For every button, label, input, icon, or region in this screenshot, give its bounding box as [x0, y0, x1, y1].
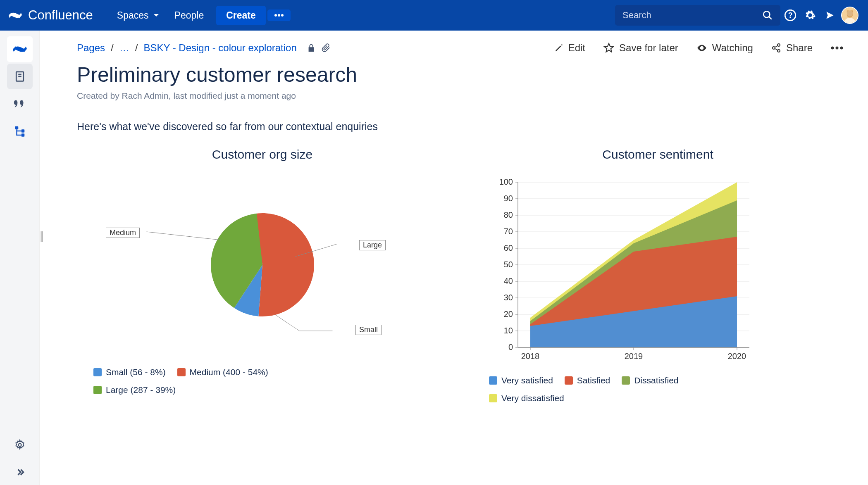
pie-chart-panel: Customer org size Medium Large Small Sma… — [77, 147, 448, 408]
svg-point-0 — [274, 14, 277, 17]
svg-point-17 — [773, 47, 775, 49]
brand-name: Confluence — [28, 8, 93, 23]
help-icon: ? — [785, 10, 796, 21]
svg-text:50: 50 — [504, 260, 513, 269]
rail-blog-button[interactable] — [7, 91, 33, 116]
svg-text:0: 0 — [508, 342, 513, 352]
star-icon — [603, 43, 614, 53]
svg-text:70: 70 — [504, 227, 513, 236]
rail-tree-button[interactable] — [7, 118, 33, 144]
edit-label: dit — [575, 42, 585, 53]
svg-point-18 — [777, 44, 780, 46]
svg-text:2020: 2020 — [728, 352, 746, 361]
area-chart-panel: Customer sentiment 010203040506070809010… — [472, 147, 843, 408]
page-icon — [14, 70, 26, 83]
gear-icon — [804, 10, 816, 21]
breadcrumb-root[interactable]: Pages — [77, 42, 105, 54]
left-rail — [0, 31, 40, 485]
notifications-button[interactable] — [820, 5, 840, 25]
save-for-later-button[interactable]: Save for later — [603, 42, 678, 54]
svg-text:2019: 2019 — [625, 352, 643, 361]
pie-chart-title: Customer org size — [93, 147, 431, 162]
watching-label: Watching — [712, 42, 753, 54]
attachment-icon[interactable] — [322, 43, 331, 52]
page-actions: Edit Save for later Watching Share — [554, 42, 843, 54]
share-label: Share — [786, 42, 813, 54]
pie-label-small: Small — [355, 325, 382, 335]
svg-rect-13 — [21, 129, 24, 133]
settings-button[interactable] — [800, 5, 820, 25]
svg-line-4 — [769, 17, 772, 19]
confluence-logo-icon — [8, 8, 22, 22]
area-chart-title: Customer sentiment — [489, 147, 827, 162]
svg-point-1 — [278, 14, 280, 17]
svg-rect-14 — [21, 133, 24, 137]
share-button[interactable]: Share — [771, 42, 813, 54]
edit-button[interactable]: Edit — [554, 42, 585, 54]
svg-text:80: 80 — [504, 210, 513, 219]
area-chart: 0102030405060708090100201820192020 — [489, 174, 754, 364]
nav-people[interactable]: People — [167, 6, 212, 25]
svg-point-15 — [18, 444, 21, 447]
brand[interactable]: Confluence — [8, 8, 93, 23]
page-title: Preliminary customer research — [77, 63, 843, 87]
create-more-button[interactable] — [267, 10, 291, 21]
watching-button[interactable]: Watching — [696, 42, 753, 54]
rail-space-icon[interactable] — [7, 36, 33, 62]
share-icon — [771, 43, 781, 53]
ellipsis-icon — [274, 14, 284, 17]
svg-rect-12 — [15, 126, 18, 130]
svg-line-20 — [775, 46, 777, 48]
svg-point-2 — [281, 14, 284, 17]
top-navbar: Confluence Spaces People Create ? — [0, 0, 868, 31]
svg-text:30: 30 — [504, 293, 513, 302]
svg-text:2018: 2018 — [521, 352, 540, 361]
svg-text:20: 20 — [504, 309, 513, 319]
ellipsis-icon — [831, 46, 843, 50]
avatar — [841, 7, 858, 24]
quote-icon — [13, 97, 27, 111]
nav-spaces[interactable]: Spaces — [110, 6, 167, 25]
notification-icon — [825, 10, 835, 21]
search-input[interactable] — [622, 10, 762, 21]
page-byline: Created by Rach Admin, last modified jus… — [77, 91, 843, 101]
search-icon — [762, 10, 773, 21]
breadcrumb: Pages / … / BSKY - Design - colour explo… — [77, 42, 331, 54]
main-content: Pages / … / BSKY - Design - colour explo… — [40, 31, 868, 485]
svg-point-24 — [840, 47, 843, 50]
pie-label-large: Large — [359, 240, 386, 250]
pencil-icon — [554, 43, 563, 52]
svg-text:100: 100 — [499, 177, 513, 186]
breadcrumb-ellipsis[interactable]: … — [119, 42, 129, 54]
nav-people-label: People — [174, 10, 204, 21]
help-button[interactable]: ? — [780, 5, 800, 25]
breadcrumb-current[interactable]: BSKY - Design - colour exploration — [143, 42, 296, 54]
pie-chart: Medium Large Small — [93, 174, 431, 356]
profile-button[interactable] — [840, 5, 860, 25]
rail-expand-button[interactable] — [7, 459, 33, 485]
more-actions-button[interactable] — [831, 46, 843, 50]
svg-text:?: ? — [788, 11, 793, 19]
nav-spaces-label: Spaces — [117, 10, 149, 21]
rail-settings-button[interactable] — [7, 432, 33, 458]
expand-icon — [14, 467, 25, 478]
rail-pages-button[interactable] — [7, 64, 33, 89]
create-button-label: Create — [226, 10, 256, 21]
intro-text: Here's what we've discovered so far from… — [77, 121, 843, 133]
eye-icon — [696, 43, 707, 53]
svg-point-16 — [701, 47, 703, 49]
area-legend: Very satisfied Satisfied Dissatisfied Ve… — [489, 372, 827, 408]
search-box[interactable] — [615, 5, 780, 26]
legend-item: Large (287 - 39%) — [93, 382, 176, 398]
svg-text:40: 40 — [504, 276, 513, 285]
svg-text:90: 90 — [504, 194, 513, 203]
legend-item: Medium (400 - 54%) — [177, 364, 268, 380]
create-button[interactable]: Create — [216, 6, 266, 25]
svg-text:10: 10 — [504, 326, 513, 335]
chevron-down-icon — [153, 12, 160, 19]
restrictions-icon[interactable] — [307, 43, 316, 52]
pie-legend: Small (56 - 8%) Medium (400 - 54%) Large… — [93, 364, 431, 399]
legend-item: Dissatisfied — [622, 372, 678, 389]
svg-line-21 — [775, 49, 777, 50]
gear-icon — [14, 439, 26, 451]
